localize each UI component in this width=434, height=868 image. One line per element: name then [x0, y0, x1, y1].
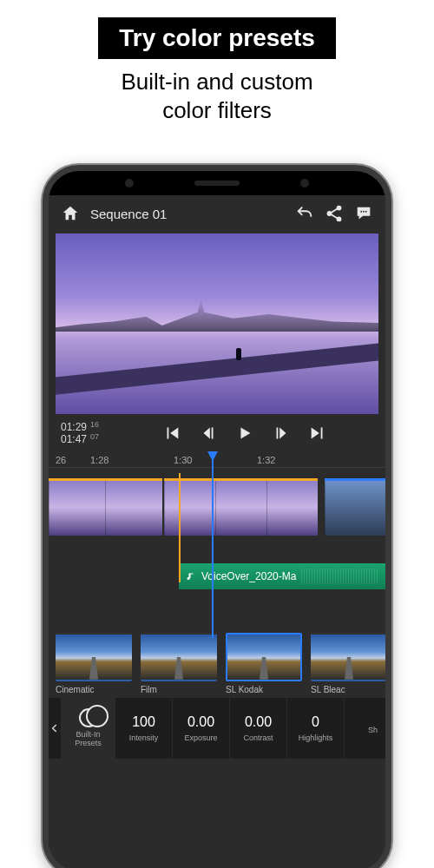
step-back-icon[interactable]: [199, 424, 218, 443]
step-forward-icon[interactable]: [272, 424, 291, 443]
timeline[interactable]: VoiceOver_2020-Ma: [49, 473, 385, 629]
param-value: 0.00: [187, 714, 214, 730]
timecode-display: 01:2916 01:4707: [61, 421, 99, 446]
preset-label: Cinematic: [56, 685, 132, 694]
video-clip[interactable]: [164, 478, 319, 536]
param-value: 0.00: [245, 714, 272, 730]
skip-start-icon[interactable]: [162, 424, 181, 443]
param-label: Highlights: [299, 733, 333, 742]
preset-strip[interactable]: CinematicFilmSL KodakSL Bleac: [49, 629, 385, 698]
promo-banner: Try color presets: [98, 17, 336, 59]
ruler-tick: 1:32: [257, 455, 340, 465]
preset-label: Film: [141, 685, 217, 694]
svg-point-1: [327, 212, 331, 215]
builtin-presets-label: Built-In Presets: [75, 731, 102, 748]
back-button[interactable]: [49, 698, 61, 759]
param-highlights[interactable]: 0Highlights: [286, 698, 344, 759]
edit-point-marker[interactable]: [179, 473, 181, 582]
svg-point-5: [365, 211, 367, 213]
preset-thumbnail: [56, 633, 132, 681]
param-label: Contrast: [243, 733, 273, 742]
playhead[interactable]: [212, 452, 214, 638]
preset-label: SL Bleac: [311, 685, 385, 694]
comment-icon[interactable]: [354, 204, 373, 223]
preset-thumbnail: [226, 633, 302, 681]
total-timecode: 01:47: [61, 433, 87, 445]
share-icon[interactable]: [325, 204, 344, 223]
presets-icon: [79, 708, 98, 727]
phone-notch: [49, 171, 385, 195]
current-frames: 16: [90, 420, 99, 432]
current-timecode: 01:29: [61, 421, 87, 433]
home-icon[interactable]: [61, 204, 80, 223]
video-clip[interactable]: [325, 478, 385, 536]
param-intensity[interactable]: 100Intensity: [115, 698, 172, 759]
sequence-title[interactable]: Sequence 01: [90, 207, 167, 221]
play-icon[interactable]: [235, 424, 254, 443]
builtin-presets-button[interactable]: Built-In Presets: [61, 698, 115, 759]
transport-bar: 01:2916 01:4707: [49, 414, 385, 451]
param-value: 0: [312, 714, 319, 730]
promo-header: Try color presets Built-in and custom co…: [0, 0, 434, 133]
top-bar: Sequence 01: [49, 195, 385, 233]
preset-label: SL Kodak: [226, 685, 302, 694]
app-screen: Sequence 01 01:2916 01:4707: [49, 195, 385, 868]
undo-icon[interactable]: [295, 204, 314, 223]
preset-thumbnail: [141, 633, 217, 681]
parameter-bar: Built-In Presets 100Intensity0.00Exposur…: [49, 698, 385, 759]
param-label: Sh: [368, 726, 378, 734]
audio-clip-label: VoiceOver_2020-Ma: [201, 570, 296, 582]
video-clip[interactable]: [49, 478, 162, 536]
preset-sl-kodak[interactable]: SL Kodak: [226, 633, 302, 694]
ruler-tick: 26: [56, 455, 90, 465]
timeline-ruler[interactable]: 26 1:28 1:30 1:32: [49, 451, 385, 468]
preset-sl-bleac[interactable]: SL Bleac: [311, 633, 385, 694]
total-frames: 07: [90, 432, 99, 444]
video-preview[interactable]: [56, 233, 378, 414]
preset-film[interactable]: Film: [141, 633, 217, 694]
param-label: Intensity: [129, 733, 159, 742]
param-label: Exposure: [184, 733, 217, 742]
svg-point-3: [360, 211, 362, 213]
param-value: 100: [132, 714, 155, 730]
skip-end-icon[interactable]: [308, 424, 327, 443]
svg-point-0: [337, 207, 340, 210]
preset-thumbnail: [311, 633, 385, 681]
ruler-tick: 1:28: [90, 455, 174, 465]
param-sh[interactable]: Sh: [344, 698, 391, 759]
phone-frame: Sequence 01 01:2916 01:4707: [43, 165, 391, 868]
video-track: [49, 478, 385, 536]
param-contrast[interactable]: 0.00Contrast: [229, 698, 286, 759]
audio-clip[interactable]: VoiceOver_2020-Ma: [179, 563, 385, 589]
param-exposure[interactable]: 0.00Exposure: [172, 698, 229, 759]
preset-cinematic[interactable]: Cinematic: [56, 633, 132, 694]
music-note-icon: [186, 571, 196, 582]
promo-subtitle: Built-in and custom color filters: [0, 68, 434, 124]
svg-point-2: [337, 217, 340, 220]
svg-point-4: [363, 211, 365, 213]
